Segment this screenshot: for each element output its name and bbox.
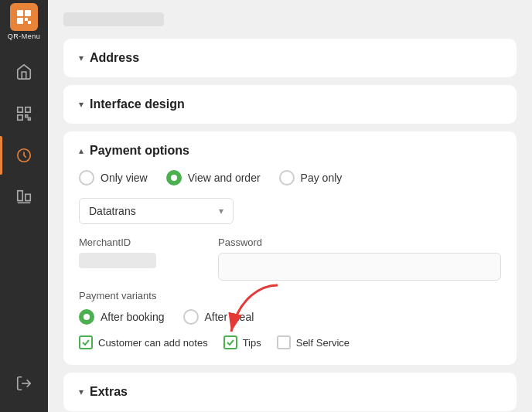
svg-rect-7 xyxy=(18,115,22,120)
qr-icon xyxy=(15,105,32,122)
radio-pay-only-circle xyxy=(279,170,295,186)
checkbox-tips[interactable]: Tips xyxy=(223,335,261,349)
svg-rect-2 xyxy=(17,18,23,24)
radio-only-view-label: Only view xyxy=(101,172,148,184)
merchantid-value xyxy=(79,253,156,268)
payment-fields-row: MerchantID Password xyxy=(79,237,501,281)
radio-view-and-order-label: View and order xyxy=(188,172,261,184)
dropdown-value: Datatrans xyxy=(89,205,136,217)
extras-section: ▾ Extras xyxy=(63,373,517,411)
checkboxes-container: Customer can add notes xyxy=(79,335,501,349)
checkbox-self-service[interactable]: Self Service xyxy=(277,335,350,349)
address-title: Address xyxy=(90,51,139,65)
address-chevron: ▾ xyxy=(79,53,84,63)
radio-view-and-order-circle xyxy=(166,170,182,186)
payment-mode-group: Only view View and order Pay only xyxy=(79,170,501,186)
address-header[interactable]: ▾ Address xyxy=(63,39,517,77)
radio-after-meal-label: After meal xyxy=(205,311,254,323)
main-content: ▾ Address ▾ Interface design ▴ Payment o… xyxy=(48,0,532,412)
sidebar-bottom xyxy=(15,364,32,403)
radio-after-booking-label: After booking xyxy=(101,311,165,323)
extras-title: Extras xyxy=(90,385,128,399)
variants-title: Payment variants xyxy=(79,290,501,301)
sidebar: QR-Menu xyxy=(0,0,48,412)
password-group: Password xyxy=(218,237,501,281)
radio-after-meal[interactable]: After meal xyxy=(183,309,254,325)
interface-design-section: ▾ Interface design xyxy=(63,85,517,124)
merchantid-group: MerchantID xyxy=(79,237,203,281)
checkbox-tips-box xyxy=(223,335,237,349)
merchantid-label: MerchantID xyxy=(79,237,203,248)
radio-pay-only[interactable]: Pay only xyxy=(279,170,343,186)
address-section: ▾ Address xyxy=(63,39,517,77)
sidebar-item-logout[interactable] xyxy=(15,364,32,403)
password-label: Password xyxy=(218,237,501,248)
radio-view-and-order[interactable]: View and order xyxy=(166,170,261,186)
sidebar-item-qr[interactable] xyxy=(0,94,48,133)
app-logo[interactable]: QR-Menu xyxy=(0,0,48,46)
radio-after-booking[interactable]: After booking xyxy=(79,309,165,325)
checkmark-icon xyxy=(81,338,90,347)
app-name-label: QR-Menu xyxy=(8,32,41,40)
checkbox-self-service-label: Self Service xyxy=(296,337,350,349)
svg-rect-1 xyxy=(25,10,31,16)
payment-options-section: ▴ Payment options Only view View and ord… xyxy=(63,131,517,365)
extras-header[interactable]: ▾ Extras xyxy=(63,373,517,411)
radio-after-booking-circle xyxy=(79,309,94,325)
svg-rect-8 xyxy=(26,115,28,117)
payment-options-chevron: ▴ xyxy=(79,145,84,156)
analytics-icon xyxy=(15,189,32,206)
checkbox-tips-label: Tips xyxy=(243,337,261,349)
password-input[interactable] xyxy=(218,253,501,281)
checkbox-customer-notes-box xyxy=(79,335,93,349)
sidebar-item-analytics[interactable] xyxy=(0,178,48,216)
radio-only-view[interactable]: Only view xyxy=(79,170,148,186)
variants-radio-group: After booking After meal xyxy=(79,309,501,325)
extras-checkbox-group: Customer can add notes xyxy=(79,335,501,349)
sidebar-nav xyxy=(0,46,48,216)
radio-pay-only-label: Pay only xyxy=(301,172,343,184)
checkbox-self-service-box xyxy=(277,335,291,349)
tips-checkmark-icon xyxy=(226,338,235,347)
radio-only-view-circle xyxy=(79,170,94,186)
payment-options-body: Only view View and order Pay only Datatr… xyxy=(63,170,517,365)
payment-options-header[interactable]: ▴ Payment options xyxy=(63,131,517,170)
svg-rect-12 xyxy=(26,194,30,200)
svg-rect-0 xyxy=(17,10,23,16)
logo-icon xyxy=(10,3,38,31)
interface-design-title: Interface design xyxy=(90,97,185,111)
top-bar xyxy=(63,12,517,26)
svg-rect-3 xyxy=(25,18,28,21)
payment-provider-dropdown[interactable]: Datatrans ▾ xyxy=(79,198,234,224)
checkbox-customer-notes[interactable]: Customer can add notes xyxy=(79,335,208,349)
sidebar-item-clock[interactable] xyxy=(0,136,48,175)
payment-options-title: Payment options xyxy=(90,144,189,158)
dropdown-arrow-icon: ▾ xyxy=(219,206,223,216)
logo-svg xyxy=(15,8,33,26)
checkbox-customer-notes-label: Customer can add notes xyxy=(98,337,208,349)
page-title-blur xyxy=(63,12,164,26)
interface-design-header[interactable]: ▾ Interface design xyxy=(63,85,517,124)
logout-icon xyxy=(15,375,32,392)
extras-chevron: ▾ xyxy=(79,386,84,397)
sidebar-item-store[interactable] xyxy=(0,53,48,91)
svg-rect-11 xyxy=(18,191,22,201)
svg-rect-6 xyxy=(26,107,30,112)
store-icon xyxy=(15,63,32,80)
svg-rect-9 xyxy=(29,118,31,121)
clock-icon xyxy=(15,147,32,164)
svg-rect-4 xyxy=(28,21,31,24)
radio-after-meal-circle xyxy=(183,309,199,325)
svg-rect-5 xyxy=(18,107,22,112)
interface-design-chevron: ▾ xyxy=(79,99,84,110)
active-indicator xyxy=(0,136,2,175)
